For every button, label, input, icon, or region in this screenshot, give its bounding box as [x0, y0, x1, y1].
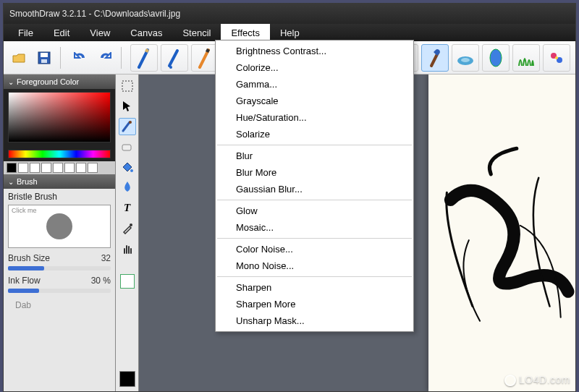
toolbar-separator	[60, 47, 64, 69]
svg-rect-12	[122, 145, 131, 150]
redo-button[interactable]	[93, 46, 117, 69]
svg-point-14	[130, 223, 132, 226]
toolbar-separator	[121, 47, 125, 69]
swatch-black[interactable]	[7, 163, 17, 173]
watermark-icon	[504, 375, 516, 386]
effects-grayscale[interactable]: Grayscale	[216, 93, 413, 109]
brush-tool[interactable]	[119, 118, 136, 135]
brush-preset-pen-drip[interactable]	[161, 44, 188, 72]
swatch-row	[4, 161, 115, 174]
menu-file[interactable]: File	[8, 24, 43, 41]
effects-hue-saturation[interactable]: Hue/Saturation...	[216, 109, 413, 126]
blur-tool[interactable]	[119, 179, 136, 196]
color-gradient[interactable]	[8, 92, 111, 142]
tool-strip: T	[116, 74, 139, 391]
hue-slider[interactable]	[8, 150, 111, 158]
menu-separator	[217, 238, 412, 239]
watermark: LO4D.com	[504, 374, 570, 386]
brush-panel-title: Brush	[17, 177, 38, 186]
brush-preset-pen[interactable]	[130, 44, 158, 72]
svg-point-5	[461, 58, 470, 62]
save-button[interactable]	[33, 46, 56, 69]
menu-effects[interactable]: Effects	[221, 24, 270, 41]
swatch[interactable]	[88, 163, 98, 173]
menu-canvas[interactable]: Canvas	[120, 24, 172, 41]
effects-blur[interactable]: Blur	[216, 148, 413, 164]
undo-button[interactable]	[69, 46, 92, 69]
ink-flow-value: 30 %	[91, 276, 111, 286]
menu-view[interactable]: View	[80, 24, 120, 41]
effects-sharpen-more[interactable]: Sharpen More	[216, 296, 413, 312]
window-title: SmoothDraw 3.2.11 - C:\Downloads\avril.j…	[9, 9, 180, 19]
left-dock: ⌄ Foreground Color ⌄ Brush	[4, 74, 116, 391]
svg-point-6	[490, 49, 502, 67]
effects-color-noise[interactable]: Color Noise...	[216, 241, 413, 257]
dab-label: Dab	[8, 300, 111, 310]
chevron-down-icon: ⌄	[8, 178, 14, 186]
effects-dropdown: Brightness Contrast... Colorize... Gamma…	[215, 40, 414, 332]
effects-gaussian-blur[interactable]: Gaussian Blur...	[216, 181, 413, 197]
brush-preview[interactable]: Click me	[8, 205, 111, 248]
watermark-text: LO4D.com	[519, 374, 570, 385]
menu-stencil[interactable]: Stencil	[172, 24, 221, 41]
menu-separator	[217, 276, 412, 277]
swatch[interactable]	[30, 163, 40, 173]
brush-name: Bristle Brush	[8, 192, 111, 202]
eraser-tool[interactable]	[119, 138, 136, 155]
canvas[interactable]	[428, 74, 575, 391]
brush-size-label: Brush Size	[8, 253, 50, 263]
shape-rect-tool[interactable]	[120, 274, 135, 289]
effects-glow[interactable]: Glow	[216, 203, 413, 219]
effects-blur-more[interactable]: Blur More	[216, 164, 413, 181]
brush-click-hint: Click me	[12, 207, 37, 214]
color-picker[interactable]	[4, 89, 115, 161]
swatch[interactable]	[18, 163, 28, 173]
foreground-color-title: Foreground Color	[17, 77, 79, 86]
brush-preset-grass[interactable]	[512, 44, 540, 72]
text-tool[interactable]: T	[119, 199, 136, 216]
menu-separator	[217, 145, 412, 145]
effects-unsharp-mask[interactable]: Unsharp Mask...	[216, 312, 413, 329]
effects-brightness-contrast[interactable]: Brightness Contrast...	[216, 43, 413, 59]
menubar: File Edit View Canvas Stencil Effects He…	[4, 24, 575, 41]
text-icon: T	[124, 202, 130, 214]
brush-panel-header[interactable]: ⌄ Brush	[4, 174, 115, 189]
swatch[interactable]	[53, 163, 63, 173]
effects-mosaic[interactable]: Mosaic...	[216, 219, 413, 236]
hand-tool[interactable]	[119, 239, 136, 257]
brush-preset-smudge[interactable]	[452, 44, 479, 72]
open-button[interactable]	[8, 46, 31, 69]
foreground-color-header[interactable]: ⌄ Foreground Color	[4, 74, 115, 89]
brush-size-slider[interactable]	[8, 266, 111, 270]
effects-solarize[interactable]: Solarize	[216, 126, 413, 142]
current-color-swatch[interactable]	[119, 371, 135, 387]
ink-flow-fill	[8, 289, 39, 293]
svg-point-3	[169, 66, 172, 69]
swatch[interactable]	[41, 163, 51, 173]
brush-preset-paintbrush[interactable]	[421, 44, 449, 72]
eyedropper-tool[interactable]	[119, 219, 136, 237]
brush-preset-flower[interactable]	[543, 44, 570, 72]
brush-preset-oval[interactable]	[482, 44, 510, 72]
chevron-down-icon: ⌄	[8, 78, 14, 86]
svg-rect-2	[41, 59, 47, 63]
menu-edit[interactable]: Edit	[43, 24, 80, 41]
swatch[interactable]	[64, 163, 75, 173]
marquee-tool[interactable]	[119, 77, 136, 95]
brush-size-fill	[8, 266, 44, 270]
ink-flow-label: Ink Flow	[8, 276, 41, 286]
ink-flow-slider[interactable]	[8, 289, 111, 293]
effects-mono-noise[interactable]: Mono Noise...	[216, 257, 413, 274]
titlebar: SmoothDraw 3.2.11 - C:\Downloads\avril.j…	[4, 4, 575, 24]
effects-gamma[interactable]: Gamma...	[216, 76, 413, 93]
brush-preview-dot	[46, 213, 72, 239]
effects-sharpen[interactable]: Sharpen	[216, 279, 413, 296]
effects-colorize[interactable]: Colorize...	[216, 59, 413, 76]
pointer-tool[interactable]	[119, 98, 136, 115]
menu-help[interactable]: Help	[270, 24, 310, 41]
menu-separator	[217, 200, 412, 200]
svg-rect-1	[41, 53, 48, 57]
swatch[interactable]	[76, 163, 86, 173]
svg-point-9	[555, 56, 558, 59]
fill-tool[interactable]	[119, 158, 136, 176]
